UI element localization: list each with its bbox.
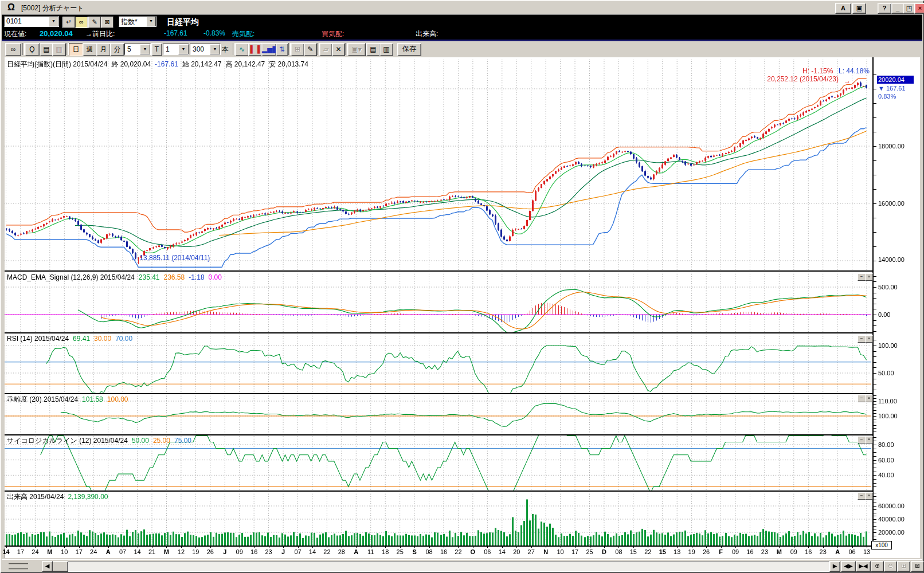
bars-unit-label: 本 [222, 45, 229, 54]
print-button[interactable]: ▥ [379, 43, 393, 56]
stock-name: 日経平均 [167, 17, 199, 28]
window-title: [5002] 分析チャート [21, 3, 84, 13]
quote-bar: 0101 ▼ ↵∞✎⊠ 指数* ▼ 日経平均 現在値:20,020.04→前日比… [2, 15, 922, 40]
kairi-panel-header-seg-2: 100.00 [107, 395, 128, 403]
volume-panel-header: 出来高 2015/04/242,139,390.00 [7, 492, 112, 502]
volume-panel-minimize-button[interactable]: − [858, 492, 866, 500]
period-month-button[interactable]: 月 [96, 43, 111, 56]
candle-chart-button[interactable]: ▌▐ [248, 43, 262, 56]
ask-label: 売気配: [232, 29, 255, 39]
macd-panel-header-seg-1: 235.41 [139, 273, 160, 281]
low-percent-annotation: L: 44.18% [839, 67, 870, 75]
tick-unit-select[interactable]: 1▼ [163, 44, 189, 55]
date-label: 17 [76, 548, 83, 555]
font-size-button[interactable]: A [835, 3, 851, 14]
zoom-in-button[interactable]: ⊕ [871, 561, 884, 572]
minute-interval-select[interactable]: 5▼ [124, 44, 151, 55]
macd-panel-minimize-button[interactable]: − [858, 273, 866, 281]
period-week-button[interactable]: 週 [83, 43, 97, 56]
registry-edit-button[interactable]: ✎ [88, 17, 101, 28]
rsi-panel-minimize-button[interactable]: − [858, 335, 866, 343]
chart-canvas[interactable] [5, 57, 919, 548]
scrollbar-row: ◀▶◀▶▶◀⊕⊖⊞⊠ [2, 559, 922, 572]
kairi-axis-label-0: 110.00 [878, 398, 897, 405]
chevron-down-icon[interactable]: ▼ [49, 17, 58, 26]
save-image-button[interactable]: ▤ [366, 43, 380, 56]
rsi-panel-close-button[interactable]: × [865, 335, 873, 343]
volume-panel-close-button[interactable]: × [865, 492, 873, 500]
date-label: 06 [848, 548, 855, 555]
kairi-panel-header: 乖離度 (20) 2015/04/24101.58100.00 [7, 395, 132, 405]
psych-axis-label-0: 80.00 [878, 441, 894, 448]
symbol-code-value: 0101 [6, 17, 22, 25]
clear-button[interactable]: ⊠ [101, 17, 113, 28]
expand-bars-button[interactable]: ◀▶ [841, 561, 856, 572]
date-label: 27 [528, 548, 535, 555]
scroll-right-button[interactable]: ▶ [829, 561, 840, 572]
kairi-panel-minimize-button[interactable]: − [858, 395, 866, 402]
date-label: 10 [557, 548, 563, 555]
date-label: 26 [703, 548, 710, 555]
window-copy-button[interactable]: ▣ [852, 3, 866, 14]
zoom-tool-button[interactable]: Ϙ [25, 43, 40, 56]
title-bar[interactable]: Ω [5002] 分析チャート A▣?_◳× [2, 1, 922, 15]
symbol-search-button[interactable]: ∞ [5, 43, 21, 56]
date-label: 23 [761, 548, 768, 555]
chevron-down-icon[interactable]: ▼ [210, 44, 220, 54]
market-type-select[interactable]: 指数* ▼ [119, 16, 156, 27]
text-tool-button[interactable]: T [151, 43, 162, 56]
minimize-button[interactable]: _ [891, 3, 904, 14]
psych-panel-close-button[interactable]: × [865, 436, 873, 444]
line-chart-button[interactable]: ∿ [235, 43, 249, 56]
bar-chart-button[interactable]: ▂▅▇ [261, 43, 276, 56]
restore-button[interactable]: ◳ [903, 3, 915, 14]
chart-search-button[interactable]: ∞ [75, 17, 88, 28]
scrollbar-thumb[interactable] [52, 561, 68, 572]
symbol-code-input[interactable]: 0101 ▼ [4, 16, 59, 27]
scroll-left-button[interactable]: ◀ [42, 561, 53, 572]
jump-button[interactable]: ↵ [62, 17, 75, 28]
date-label: 07 [294, 548, 301, 555]
main-axis-label-2: 14000.00 [878, 256, 905, 263]
period-day-button[interactable]: 日 [69, 43, 83, 56]
rsi-panel-header-seg-3: 70.00 [115, 335, 132, 343]
period-minute-button[interactable]: 分 [110, 43, 124, 56]
updown-arrows-button[interactable]: ⇅ [276, 43, 288, 56]
date-label: 22 [323, 548, 330, 555]
splitter-grip[interactable] [9, 563, 28, 570]
delete-drawing-button[interactable]: ✕ [332, 43, 345, 56]
macd-panel-close-button[interactable]: × [865, 273, 873, 281]
new-chart-button[interactable]: ▤ [40, 43, 53, 56]
date-label: 06 [484, 548, 491, 555]
psych-panel-header-seg-1: 50.00 [132, 437, 149, 445]
chevron-down-icon[interactable]: ▼ [146, 17, 156, 26]
close-panel-button[interactable]: ⊠ [911, 561, 924, 572]
date-label: 20 [513, 548, 520, 555]
help-button[interactable]: ? [878, 3, 891, 14]
macd-panel-header-seg-0: MACD_EMA_Signal (12,26,9) 2015/04/24 [7, 273, 135, 281]
psych-panel-header-seg-0: サイコロジカルライン (12) 2015/04/24 [7, 437, 128, 445]
date-label: A [106, 548, 111, 555]
shrink-bars-button[interactable]: ▶◀ [856, 561, 871, 572]
scrollbar-track[interactable] [42, 561, 829, 572]
save-button[interactable]: 保存 [397, 43, 421, 56]
date-label: 25 [586, 548, 593, 555]
rsi-axis-label-0: 100.00 [878, 342, 898, 349]
psych-panel-minimize-button[interactable]: − [858, 436, 866, 444]
draw-tool-button[interactable]: ✎ [304, 43, 317, 56]
date-label: 16 [250, 548, 257, 555]
close-button[interactable]: × [914, 3, 924, 14]
date-label: 09 [790, 548, 797, 555]
date-label: 08 [425, 548, 432, 555]
date-label: 18 [382, 548, 389, 555]
bar-count-select[interactable]: 300▼ [190, 44, 221, 55]
copy-chart-button: ▥ [52, 43, 66, 56]
chevron-down-icon[interactable]: ▼ [140, 44, 150, 54]
date-label: M [164, 548, 169, 555]
macd-panel-header-seg-2: 236.58 [164, 273, 185, 281]
kairi-panel-close-button[interactable]: × [865, 395, 873, 402]
chevron-down-icon[interactable]: ▼ [178, 44, 189, 54]
rsi-panel-header-seg-2: 30.00 [94, 335, 111, 343]
date-label: 09 [732, 548, 739, 555]
zoom-out-button: ⊖ [884, 561, 897, 572]
